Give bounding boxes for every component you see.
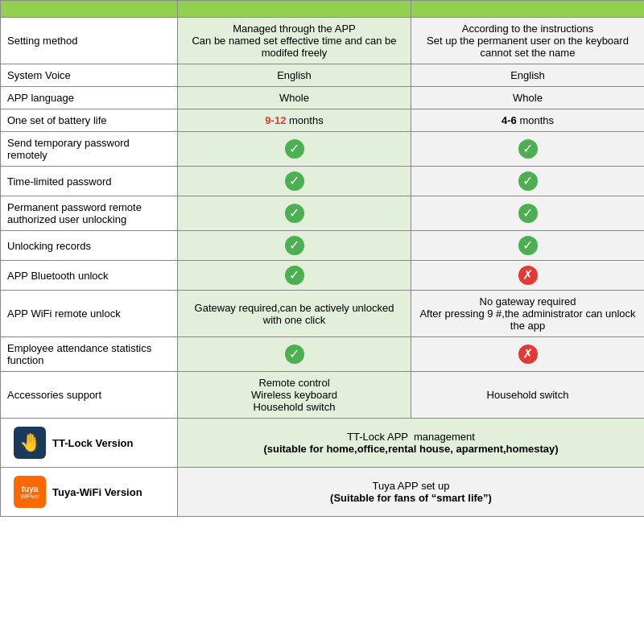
tuya-cell-unlocking-records: ✓ [411,231,645,261]
ttlock-cell-unlocking-records: ✓ [178,231,411,261]
tuya-brand-icon: tuyaWiFiver [14,476,46,508]
ttlock-cell-bluetooth-unlock: ✓ [178,261,411,291]
func-cell-wifi-unlock: APP WiFi remote unlock [1,291,178,337]
ttlock-cell-app-language: Whole [178,87,411,109]
tuya-cell-attendance: ✗ [411,337,645,372]
ttlock-cell-wifi-unlock: Gateway required,can be actively unlocke… [178,291,411,337]
tuya-cell-battery-life: 4-6 months [411,109,645,132]
check-icon: ✓ [518,139,538,159]
footer-desc-ttlock-footer: TT-Lock APP management(suitable for home… [178,419,645,468]
tuya-cell-time-limited: ✓ [411,167,645,196]
ttlock-cell-setting-method: Managed through the APP Can be named set… [178,18,411,64]
tuya-cell-permanent-password: ✓ [411,196,645,231]
ttlock-cell-accessories: Remote control Wireless keyboard Househo… [178,372,411,419]
func-cell-app-language: APP language [1,87,178,109]
tuya-cell-app-language: Whole [411,87,645,109]
tuya-cell-accessories: Household switch [411,372,645,419]
ttlock-cell-system-voice: English [178,64,411,87]
func-cell-time-limited: Time-limited password [1,167,178,196]
check-icon: ✓ [285,204,304,223]
footer-brand-ttlock-footer: 🤚TT-Lock Version [1,419,178,468]
check-icon: ✓ [285,345,304,364]
header-ttlock [178,1,411,18]
func-cell-setting-method: Setting method [1,18,178,64]
func-cell-bluetooth-unlock: APP Bluetooth unlock [1,261,178,291]
header-tuya [411,1,645,18]
ttlock-cell-attendance: ✓ [178,337,411,372]
check-icon: ✓ [285,139,304,159]
ttlock-cell-temp-password: ✓ [178,132,411,167]
footer-desc-tuya-footer: Tuya APP set up(Suitable for fans of “sm… [178,468,645,517]
ttlock-cell-time-limited: ✓ [178,167,411,196]
func-cell-attendance: Employee attendance statistics function [1,337,178,372]
ttlock-cell-permanent-password: ✓ [178,196,411,231]
footer-brand-label: TT-Lock Version [52,437,133,449]
tuya-cell-wifi-unlock: No gateway required After pressing 9 #,t… [411,291,645,337]
func-cell-system-voice: System Voice [1,64,178,87]
tuya-cell-temp-password: ✓ [411,132,645,167]
func-cell-battery-life: One set of battery life [1,109,178,132]
check-icon: ✓ [518,236,538,255]
func-cell-temp-password: Send temporary password remotely [1,132,178,167]
check-icon: ✓ [285,266,304,285]
tuya-cell-setting-method: According to the instructions Set up the… [411,18,645,64]
cross-icon: ✗ [518,345,538,364]
tuya-cell-system-voice: English [411,64,645,87]
func-cell-permanent-password: Permanent password remote authorized use… [1,196,178,231]
check-icon: ✓ [285,236,304,255]
func-cell-unlocking-records: Unlocking records [1,231,178,261]
tuya-cell-bluetooth-unlock: ✗ [411,261,645,291]
check-icon: ✓ [518,204,538,223]
check-icon: ✓ [285,171,304,191]
footer-brand-tuya-footer: tuyaWiFiverTuya-WiFi Version [1,468,178,517]
header-functions [1,1,178,18]
check-icon: ✓ [518,171,538,191]
ttlock-cell-battery-life: 9-12 months [178,109,411,132]
cross-icon: ✗ [518,266,538,285]
func-cell-accessories: Accessories support [1,372,178,419]
footer-brand-label: Tuya-WiFi Version [52,486,142,498]
ttlock-brand-icon: 🤚 [14,427,46,459]
